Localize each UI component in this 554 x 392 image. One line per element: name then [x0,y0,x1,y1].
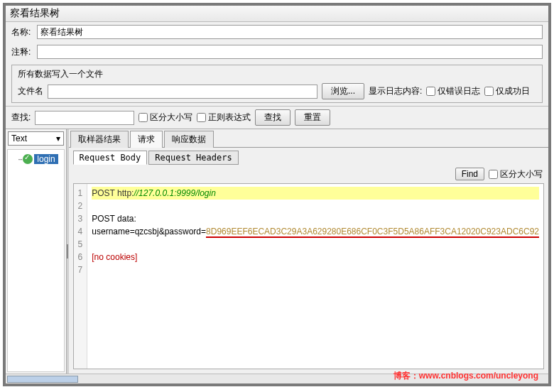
filename-label: 文件名 [18,85,43,97]
detail-tabs: 取样器结果 请求 响应数据 [69,129,548,148]
regex-checkbox[interactable]: 正则表达式 [197,111,251,124]
search-label: 查找: [11,111,31,124]
window-title: 察看结果树 [6,6,548,22]
chevron-down-icon: ▾ [56,134,60,143]
main-split: Text ▾ ···· login 取样器结果 请求 响应数据 Request … [6,129,548,374]
file-output-header: 所有数据写入一个文件 [12,65,542,80]
tab-response[interactable]: 响应数据 [164,131,214,148]
tab-sampler-result[interactable]: 取样器结果 [70,131,129,148]
subtab-request-body[interactable]: Request Body [73,151,148,165]
find-button[interactable]: Find [455,168,484,180]
code-body: POST http://127.0.0.1:9999/login POST da… [87,184,543,369]
success-only-checkbox[interactable]: 仅成功日 [484,85,530,97]
tree-node-login[interactable]: ···· login [11,153,61,165]
tree-node-label: login [34,154,58,164]
file-output-panel: 所有数据写入一个文件 文件名 浏览... 显示日志内容: 仅错误日志 仅成功日 [11,65,543,103]
browse-button[interactable]: 浏览... [322,83,364,99]
reset-button[interactable]: 重置 [295,109,330,126]
comment-row: 注释: [6,42,548,62]
tab-request[interactable]: 请求 [130,131,163,148]
comment-input[interactable] [37,45,543,59]
name-input[interactable] [37,25,543,39]
find-bar: Find 区分大小写 [69,165,548,183]
right-pane: 取样器结果 请求 响应数据 Request Body Request Heade… [69,129,548,374]
request-subtabs: Request Body Request Headers [69,148,548,165]
results-tree[interactable]: ···· login [7,149,65,372]
success-icon [23,154,33,164]
case-sensitive-checkbox[interactable]: 区分大小写 [138,111,192,124]
find-case-checkbox[interactable]: 区分大小写 [489,168,543,180]
request-body-viewer[interactable]: 1234567 POST http://127.0.0.1:9999/login… [73,183,544,369]
tree-connector-icon: ···· [18,154,21,164]
comment-label: 注释: [11,46,34,58]
watermark: 博客：www.cnblogs.com/uncleyong [393,369,538,382]
left-pane: Text ▾ ···· login [6,129,67,374]
search-button[interactable]: 查找 [255,109,290,126]
renderer-dropdown[interactable]: Text ▾ [8,131,64,146]
subtab-request-headers[interactable]: Request Headers [148,151,238,165]
search-input[interactable] [35,111,134,125]
log-content-label: 显示日志内容: [369,85,422,97]
name-label: 名称: [11,26,34,38]
name-row: 名称: [6,22,548,42]
main-window: 察看结果树 名称: 注释: 所有数据写入一个文件 文件名 浏览... 显示日志内… [3,3,551,386]
line-gutter: 1234567 [74,184,88,369]
filename-input[interactable] [48,85,317,99]
search-bar: 查找: 区分大小写 正则表达式 查找 重置 [6,106,548,129]
error-only-checkbox[interactable]: 仅错误日志 [426,85,480,97]
